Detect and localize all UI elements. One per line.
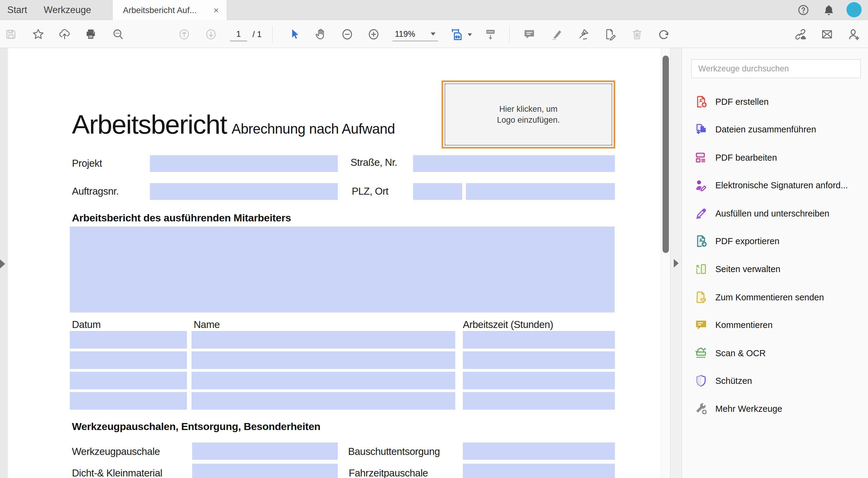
- cloud-upload-icon[interactable]: [58, 27, 72, 41]
- label-projekt: Projekt: [72, 156, 102, 170]
- tool-item-pdf-bearbeiten[interactable]: PDF bearbeiten: [693, 148, 863, 167]
- comment-icon[interactable]: [522, 27, 536, 41]
- share-link-icon[interactable]: [793, 27, 807, 41]
- table-cell-name-2[interactable]: [191, 351, 455, 369]
- table-cell-zeit-3[interactable]: [463, 372, 615, 389]
- table-cell-datum-2[interactable]: [70, 351, 187, 369]
- field-plz[interactable]: [413, 183, 462, 200]
- table-cell-zeit-1[interactable]: [463, 331, 615, 349]
- tool-item-pdf-erstellen[interactable]: PDF erstellen: [693, 92, 863, 111]
- sign-icon[interactable]: [576, 27, 590, 41]
- protect-shield-icon: [693, 373, 709, 388]
- zoom-out-icon[interactable]: [340, 27, 354, 41]
- table-cell-name-3[interactable]: [191, 372, 455, 389]
- favorites-star-icon[interactable]: [31, 27, 45, 41]
- pdf-page: Arbeitsbericht Abrechnung nach Aufwand H…: [8, 48, 661, 478]
- tool-item-label: PDF exportieren: [715, 236, 779, 246]
- field-strasse[interactable]: [413, 155, 615, 172]
- hand-tool-icon[interactable]: [313, 27, 328, 41]
- field-ort[interactable]: [466, 183, 615, 200]
- email-icon[interactable]: [820, 27, 834, 41]
- account-avatar[interactable]: [846, 2, 862, 17]
- highlight-icon[interactable]: [550, 27, 564, 41]
- delete-icon[interactable]: [630, 27, 644, 41]
- table-cell-datum-3[interactable]: [70, 372, 187, 389]
- tool-item-zum-kommentieren-senden[interactable]: Zum Kommentieren senden: [693, 288, 863, 307]
- field-dicht-kleinmaterial[interactable]: [192, 464, 338, 478]
- scroll-mode-icon[interactable]: [484, 27, 497, 41]
- select-tool-icon[interactable]: [287, 27, 301, 41]
- help-icon[interactable]: [796, 3, 810, 17]
- field-bauschuttentsorgung[interactable]: [463, 443, 615, 460]
- page-up-icon[interactable]: [177, 27, 191, 41]
- tool-item-pdf-exportieren[interactable]: PDF exportieren: [693, 232, 863, 250]
- pdf-create-icon: [693, 94, 709, 109]
- table-cell-zeit-2[interactable]: [463, 351, 615, 369]
- table-header-arbeitszeit: Arbeitszeit (Stunden): [463, 318, 553, 332]
- document-tab[interactable]: Arbeitsbericht Auf... ×: [112, 0, 227, 20]
- tool-item-signaturen-anfordern[interactable]: Elektronische Signaturen anford...: [693, 176, 863, 195]
- logo-placeholder[interactable]: Hier klicken, um Logo einzufügen.: [442, 81, 615, 149]
- field-fahrzeitpauschale[interactable]: [463, 464, 615, 478]
- tools-panel: PDF erstellen Dateien zusammenführen: [682, 48, 868, 478]
- tool-item-kommentieren[interactable]: Kommentieren: [693, 316, 863, 334]
- notifications-bell-icon[interactable]: [822, 3, 836, 17]
- tool-item-schuetzen[interactable]: Schützen: [693, 371, 863, 390]
- menu-werkzeuge[interactable]: Werkzeuge: [44, 0, 91, 20]
- scrollbar-thumb[interactable]: [662, 56, 669, 253]
- field-projekt[interactable]: [150, 155, 338, 172]
- field-werkzeugpauschale[interactable]: [192, 443, 338, 460]
- tool-item-seiten-verwalten[interactable]: Seiten verwalten: [693, 260, 863, 278]
- label-plz-ort: PLZ, Ort: [352, 184, 389, 198]
- vertical-scrollbar[interactable]: [661, 48, 670, 478]
- table-cell-zeit-4[interactable]: [463, 392, 615, 410]
- fill-sign-document-icon[interactable]: [603, 27, 617, 41]
- field-report-text[interactable]: [70, 227, 615, 312]
- toolbar-divider: [509, 26, 509, 42]
- send-for-comments-icon: [693, 290, 709, 305]
- save-icon[interactable]: [4, 27, 18, 41]
- zoom-in-icon[interactable]: [367, 27, 380, 41]
- table-cell-name-4[interactable]: [191, 392, 455, 410]
- tool-item-dateien-zusammenfuehren[interactable]: Dateien zusammenführen: [693, 120, 863, 139]
- table-header-datum: Datum: [72, 318, 101, 332]
- tool-item-label: Scan & OCR: [715, 348, 766, 358]
- form-title: Arbeitsbericht: [72, 111, 227, 138]
- print-icon[interactable]: [84, 27, 98, 41]
- section-tools-heading: Werkzeugpauschalen, Entsorgung, Besonder…: [72, 419, 320, 434]
- tools-search-input[interactable]: [691, 59, 861, 78]
- more-tools-icon: [693, 401, 709, 416]
- search-icon[interactable]: [111, 27, 125, 41]
- collapse-right-panel-arrow[interactable]: [674, 259, 679, 268]
- fill-sign-icon: [693, 206, 709, 221]
- page-number-input[interactable]: [230, 27, 247, 41]
- logo-placeholder-line2: Logo einzufügen.: [497, 115, 560, 125]
- tool-item-mehr-werkzeuge[interactable]: Mehr Werkzeuge: [693, 399, 863, 418]
- zoom-level-control[interactable]: 119%: [393, 27, 438, 41]
- person-add-icon[interactable]: [847, 27, 861, 41]
- export-pdf-icon: [693, 234, 709, 249]
- chevron-down-icon[interactable]: [468, 33, 472, 36]
- section-report-heading: Arbeitsbericht des ausführenden Mitarbei…: [72, 211, 291, 225]
- table-cell-datum-1[interactable]: [70, 331, 187, 349]
- tool-item-label: Zum Kommentieren senden: [715, 293, 824, 302]
- expand-left-panel-arrow[interactable]: [0, 259, 5, 268]
- label-dicht-kleinmaterial: Dicht-& Kleinmaterial: [72, 466, 162, 478]
- tool-item-label: Kommentieren: [715, 320, 773, 330]
- tool-item-ausfuellen-unterschreiben[interactable]: Ausfüllen und unterschreiben: [693, 204, 863, 223]
- page-total-label: / 1: [252, 27, 261, 41]
- fit-width-icon[interactable]: [450, 27, 464, 41]
- tool-item-label: Schützen: [715, 376, 752, 386]
- rotate-pages-icon[interactable]: [657, 27, 671, 41]
- field-auftragsnr[interactable]: [150, 183, 338, 200]
- chevron-down-icon: [431, 32, 436, 35]
- document-viewport: Arbeitsbericht Abrechnung nach Aufwand H…: [0, 48, 670, 478]
- tool-item-label: Ausfüllen und unterschreiben: [715, 209, 830, 219]
- page-down-icon[interactable]: [204, 27, 218, 41]
- request-signatures-icon: [693, 178, 709, 193]
- table-cell-datum-4[interactable]: [70, 392, 187, 410]
- menu-start[interactable]: Start: [7, 0, 27, 20]
- tab-close-icon[interactable]: ×: [213, 6, 219, 15]
- table-cell-name-1[interactable]: [191, 331, 455, 349]
- tool-item-scan-ocr[interactable]: Scan & OCR: [693, 344, 863, 363]
